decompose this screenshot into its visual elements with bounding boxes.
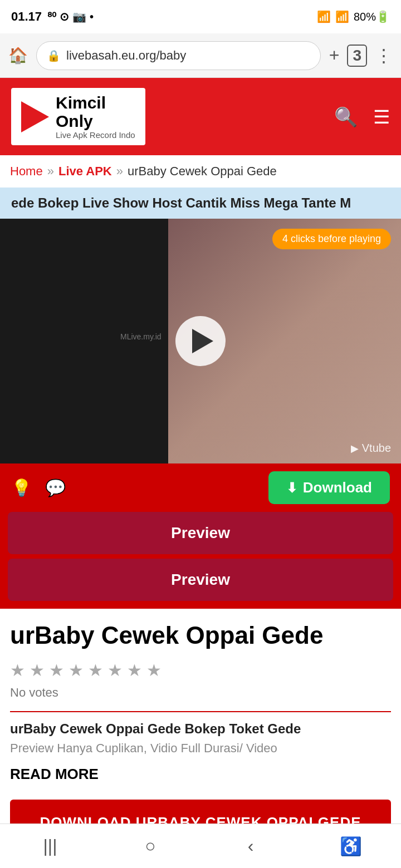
banner-text: ede Bokep Live Show Host Cantik Miss Meg… (0, 195, 351, 211)
preview-buttons-area: Preview Preview (0, 512, 401, 609)
more-options-button[interactable]: ⋮ (375, 45, 393, 66)
article-preview-text: Preview Hanya Cuplikan, Vidio Full Duras… (10, 741, 391, 756)
bd-icon: ⁸⁰ (47, 10, 56, 23)
divider (10, 711, 391, 712)
download-button[interactable]: ⬇ Download (268, 471, 390, 504)
preview-button-2[interactable]: Preview (8, 559, 393, 601)
vtube-text: Vtube (362, 442, 391, 454)
breadcrumb: Home » Live APK » urBaby Cewek Oppai Ged… (0, 155, 401, 188)
logo-area[interactable]: Kimcil Only Live Apk Record Indo (11, 88, 145, 145)
download-arrow-icon: ⬇ (286, 480, 297, 496)
content-area: urBaby Cewek Oppai Gede ★ ★ ★ ★ ★ ★ ★ ★ … (0, 609, 401, 858)
breadcrumb-sep2: » (116, 164, 123, 179)
status-right-icons: 📶 📶 80%🔋 (317, 10, 390, 23)
url-bar[interactable]: 🔒 livebasah.eu.org/baby (36, 41, 321, 70)
read-more-label[interactable]: READ MORE (10, 766, 391, 783)
comment-icon[interactable]: 💬 (45, 478, 66, 497)
play-icon (192, 329, 213, 353)
breadcrumb-liveapk-link[interactable]: Live APK (58, 164, 112, 179)
star-8[interactable]: ★ (146, 660, 162, 680)
preview-button-1[interactable]: Preview (8, 512, 393, 554)
nav-back-button[interactable]: ‹ (234, 830, 267, 863)
browser-home-button[interactable]: 🏠 (8, 46, 28, 65)
clicks-badge: 4 clicks before playing (272, 229, 391, 249)
url-text: livebasah.eu.org/baby (66, 48, 186, 63)
menu-icon[interactable]: ☰ (373, 106, 390, 128)
battery-display: 80%🔋 (354, 10, 390, 23)
time-display: 01.17 (11, 9, 42, 24)
mlive-watermark: MLive.my.id (120, 332, 162, 341)
article-title: urBaby Cewek Oppai Gede Bokep Toket Gede (10, 721, 391, 737)
vtube-watermark: ▶ Vtube (351, 442, 391, 455)
download-label: Download (303, 479, 372, 496)
page-title: urBaby Cewek Oppai Gede (10, 621, 391, 650)
status-icons: ⁸⁰ ⊙ 📷 • (47, 10, 94, 23)
star-6[interactable]: ★ (107, 660, 123, 680)
video-container: 4 clicks before playing ▶ Vtube MLive.my… (0, 219, 401, 609)
status-time: 01.17 ⁸⁰ ⊙ 📷 • (11, 9, 94, 24)
add-tab-button[interactable]: + (329, 45, 340, 66)
play-button[interactable] (175, 316, 226, 366)
star-5[interactable]: ★ (88, 660, 103, 680)
video-controls-bar: 💡 💬 ⬇ Download (0, 463, 401, 512)
tab-count-badge[interactable]: 3 (347, 45, 367, 67)
search-icon[interactable]: 🔍 (334, 106, 358, 128)
star-1[interactable]: ★ (10, 660, 25, 680)
nav-home-button[interactable]: ○ (134, 830, 167, 863)
logo-text: Kimcil Only Live Apk Record Indo (56, 93, 135, 140)
star-7[interactable]: ★ (127, 660, 142, 680)
logo-line1: Kimcil (56, 93, 106, 112)
lock-icon: 🔒 (47, 49, 61, 62)
header-right: 🔍 ☰ (334, 106, 390, 128)
nav-menu-button[interactable]: ||| (33, 830, 67, 863)
navigation-bar: ||| ○ ‹ ♿ (0, 823, 401, 868)
breadcrumb-sep1: » (47, 164, 54, 179)
control-icons: 💡 💬 (11, 478, 66, 497)
star-2[interactable]: ★ (30, 660, 45, 680)
logo-tagline: Live Apk Record Indo (56, 130, 135, 140)
logo-triangle-icon (21, 101, 49, 132)
no-votes-text: No votes (10, 685, 391, 700)
logo-line2: Only (56, 112, 93, 130)
video-player[interactable]: 4 clicks before playing ▶ Vtube MLive.my… (0, 219, 401, 463)
nav-accessibility-button[interactable]: ♿ (334, 830, 368, 863)
wifi-icon: 📶 (317, 10, 331, 23)
video-left-panel (0, 219, 168, 463)
scrolling-banner: ede Bokep Live Show Host Cantik Miss Meg… (0, 188, 401, 219)
signal-icon: 📶 (335, 10, 349, 23)
star-4[interactable]: ★ (69, 660, 84, 680)
record-icon: 📷 (72, 10, 86, 23)
star-3[interactable]: ★ (49, 660, 64, 680)
browser-bar: 🏠 🔒 livebasah.eu.org/baby + 3 ⋮ (0, 33, 401, 78)
site-header: Kimcil Only Live Apk Record Indo 🔍 ☰ (0, 78, 401, 155)
github-icon: ⊙ (60, 10, 69, 23)
browser-actions: + 3 ⋮ (329, 45, 393, 67)
lightbulb-icon[interactable]: 💡 (11, 478, 32, 497)
dot-icon: • (90, 11, 94, 23)
star-rating: ★ ★ ★ ★ ★ ★ ★ ★ (10, 660, 391, 680)
breadcrumb-current: urBaby Cewek Oppai Gede (128, 164, 277, 179)
vtube-icon: ▶ (351, 443, 359, 454)
breadcrumb-home-link[interactable]: Home (10, 164, 43, 179)
status-bar: 01.17 ⁸⁰ ⊙ 📷 • 📶 📶 80%🔋 (0, 0, 401, 33)
